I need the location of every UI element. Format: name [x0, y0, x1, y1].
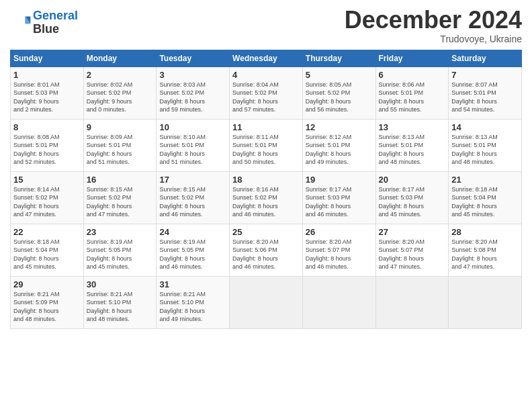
day-number: 31	[159, 279, 226, 289]
col-header-thursday: Thursday	[302, 50, 375, 66]
calendar-cell	[375, 276, 449, 328]
calendar-cell: 16Sunrise: 8:15 AMSunset: 5:02 PMDayligh…	[83, 171, 157, 224]
calendar-cell: 8Sunrise: 8:08 AMSunset: 5:01 PMDaylight…	[11, 119, 84, 171]
day-number: 13	[379, 122, 446, 132]
month-title: December 2024	[345, 7, 522, 34]
day-number: 21	[451, 175, 519, 185]
day-info: Sunrise: 8:04 AMSunset: 5:02 PMDaylight:…	[232, 81, 300, 114]
day-number: 19	[306, 175, 373, 185]
calendar-cell: 24Sunrise: 8:19 AMSunset: 5:05 PMDayligh…	[157, 224, 230, 276]
day-number: 11	[232, 122, 300, 132]
page-container: General Blue December 2024 Trudovoye, Uk…	[0, 0, 532, 336]
day-info: Sunrise: 8:19 AMSunset: 5:05 PMDaylight:…	[87, 238, 154, 271]
day-number: 6	[379, 70, 446, 80]
day-info: Sunrise: 8:21 AMSunset: 5:10 PMDaylight:…	[159, 290, 226, 324]
col-header-wednesday: Wednesday	[230, 50, 303, 66]
day-number: 28	[451, 227, 519, 237]
calendar-cell: 11Sunrise: 8:11 AMSunset: 5:01 PMDayligh…	[230, 119, 303, 171]
day-number: 3	[159, 70, 226, 80]
day-number: 10	[159, 122, 226, 132]
week-row-2: 8Sunrise: 8:08 AMSunset: 5:01 PMDaylight…	[11, 119, 522, 171]
calendar-cell: 4Sunrise: 8:04 AMSunset: 5:02 PMDaylight…	[230, 66, 303, 119]
day-number: 9	[87, 122, 154, 132]
calendar-cell: 1Sunrise: 8:01 AMSunset: 5:03 PMDaylight…	[11, 66, 84, 119]
day-info: Sunrise: 8:14 AMSunset: 5:02 PMDaylight:…	[13, 185, 81, 219]
calendar-cell: 7Sunrise: 8:07 AMSunset: 5:01 PMDaylight…	[449, 66, 522, 119]
day-number: 25	[232, 227, 300, 237]
day-info: Sunrise: 8:10 AMSunset: 5:01 PMDaylight:…	[159, 133, 226, 167]
day-number: 22	[13, 227, 81, 237]
day-info: Sunrise: 8:03 AMSunset: 5:02 PMDaylight:…	[159, 81, 226, 114]
day-info: Sunrise: 8:13 AMSunset: 5:01 PMDaylight:…	[451, 133, 519, 167]
calendar-cell: 28Sunrise: 8:20 AMSunset: 5:08 PMDayligh…	[449, 224, 522, 276]
calendar-cell: 17Sunrise: 8:15 AMSunset: 5:02 PMDayligh…	[157, 171, 230, 224]
day-number: 17	[159, 175, 226, 185]
day-number: 5	[306, 70, 373, 80]
day-number: 8	[13, 122, 81, 132]
day-info: Sunrise: 8:08 AMSunset: 5:01 PMDaylight:…	[13, 133, 81, 167]
day-info: Sunrise: 8:19 AMSunset: 5:05 PMDaylight:…	[159, 238, 226, 271]
calendar-cell: 5Sunrise: 8:05 AMSunset: 5:02 PMDaylight…	[302, 66, 375, 119]
day-info: Sunrise: 8:13 AMSunset: 5:01 PMDaylight:…	[379, 133, 446, 167]
calendar-cell: 14Sunrise: 8:13 AMSunset: 5:01 PMDayligh…	[449, 119, 522, 171]
day-info: Sunrise: 8:11 AMSunset: 5:01 PMDaylight:…	[232, 133, 300, 167]
day-info: Sunrise: 8:17 AMSunset: 5:03 PMDaylight:…	[379, 185, 446, 219]
day-number: 14	[451, 122, 519, 132]
day-info: Sunrise: 8:17 AMSunset: 5:03 PMDaylight:…	[306, 185, 373, 219]
calendar-cell: 27Sunrise: 8:20 AMSunset: 5:07 PMDayligh…	[375, 224, 449, 276]
day-number: 20	[379, 175, 446, 185]
day-number: 26	[306, 227, 373, 237]
day-number: 7	[451, 70, 519, 80]
week-row-4: 22Sunrise: 8:18 AMSunset: 5:04 PMDayligh…	[11, 224, 522, 276]
day-info: Sunrise: 8:18 AMSunset: 5:04 PMDaylight:…	[13, 238, 81, 271]
day-info: Sunrise: 8:07 AMSunset: 5:01 PMDaylight:…	[451, 81, 519, 114]
day-info: Sunrise: 8:20 AMSunset: 5:07 PMDaylight:…	[379, 238, 446, 271]
day-info: Sunrise: 8:09 AMSunset: 5:01 PMDaylight:…	[87, 133, 154, 167]
calendar-cell: 2Sunrise: 8:02 AMSunset: 5:02 PMDaylight…	[83, 66, 157, 119]
day-number: 29	[13, 279, 81, 289]
day-info: Sunrise: 8:02 AMSunset: 5:02 PMDaylight:…	[87, 81, 154, 114]
day-info: Sunrise: 8:21 AMSunset: 5:09 PMDaylight:…	[13, 290, 81, 324]
day-number: 23	[87, 227, 154, 237]
calendar-cell: 26Sunrise: 8:20 AMSunset: 5:07 PMDayligh…	[302, 224, 375, 276]
header-row: SundayMondayTuesdayWednesdayThursdayFrid…	[11, 50, 522, 66]
calendar-cell: 25Sunrise: 8:20 AMSunset: 5:06 PMDayligh…	[230, 224, 303, 276]
calendar-cell	[302, 276, 375, 328]
day-info: Sunrise: 8:15 AMSunset: 5:02 PMDaylight:…	[159, 185, 226, 219]
calendar-cell: 21Sunrise: 8:18 AMSunset: 5:04 PMDayligh…	[449, 171, 522, 224]
col-header-saturday: Saturday	[449, 50, 522, 66]
header: General Blue December 2024 Trudovoye, Uk…	[10, 7, 522, 44]
logo-text: General Blue	[33, 9, 78, 36]
calendar-cell: 6Sunrise: 8:06 AMSunset: 5:01 PMDaylight…	[375, 66, 449, 119]
day-number: 24	[159, 227, 226, 237]
day-number: 2	[87, 70, 154, 80]
calendar-cell: 20Sunrise: 8:17 AMSunset: 5:03 PMDayligh…	[375, 171, 449, 224]
day-number: 30	[87, 279, 154, 289]
week-row-1: 1Sunrise: 8:01 AMSunset: 5:03 PMDaylight…	[11, 66, 522, 119]
calendar-cell: 18Sunrise: 8:16 AMSunset: 5:02 PMDayligh…	[230, 171, 303, 224]
day-info: Sunrise: 8:20 AMSunset: 5:08 PMDaylight:…	[451, 238, 519, 271]
calendar-cell: 12Sunrise: 8:12 AMSunset: 5:01 PMDayligh…	[302, 119, 375, 171]
day-number: 4	[232, 70, 300, 80]
day-info: Sunrise: 8:15 AMSunset: 5:02 PMDaylight:…	[87, 185, 154, 219]
day-info: Sunrise: 8:01 AMSunset: 5:03 PMDaylight:…	[13, 81, 81, 114]
calendar-cell: 3Sunrise: 8:03 AMSunset: 5:02 PMDaylight…	[157, 66, 230, 119]
calendar-cell: 29Sunrise: 8:21 AMSunset: 5:09 PMDayligh…	[11, 276, 84, 328]
calendar-cell: 30Sunrise: 8:21 AMSunset: 5:10 PMDayligh…	[83, 276, 157, 328]
calendar-cell: 22Sunrise: 8:18 AMSunset: 5:04 PMDayligh…	[11, 224, 84, 276]
calendar-cell	[230, 276, 303, 328]
logo: General Blue	[10, 9, 78, 36]
day-number: 16	[87, 175, 154, 185]
calendar-cell: 19Sunrise: 8:17 AMSunset: 5:03 PMDayligh…	[302, 171, 375, 224]
day-info: Sunrise: 8:06 AMSunset: 5:01 PMDaylight:…	[379, 81, 446, 114]
day-number: 15	[13, 175, 81, 185]
col-header-friday: Friday	[375, 50, 449, 66]
logo-icon	[10, 12, 32, 34]
location-subtitle: Trudovoye, Ukraine	[345, 34, 522, 44]
day-info: Sunrise: 8:05 AMSunset: 5:02 PMDaylight:…	[306, 81, 373, 114]
calendar-cell: 15Sunrise: 8:14 AMSunset: 5:02 PMDayligh…	[11, 171, 84, 224]
day-number: 18	[232, 175, 300, 185]
day-info: Sunrise: 8:12 AMSunset: 5:01 PMDaylight:…	[306, 133, 373, 167]
calendar-cell: 13Sunrise: 8:13 AMSunset: 5:01 PMDayligh…	[375, 119, 449, 171]
col-header-monday: Monday	[83, 50, 157, 66]
